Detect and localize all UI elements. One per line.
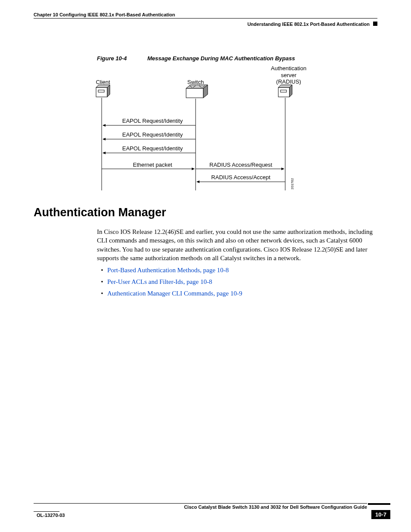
- svg-rect-14: [280, 90, 286, 92]
- list-item: Port-Based Authentication Methods, page …: [97, 264, 377, 276]
- msg-eapol-2: EAPOL Request/Identity: [114, 131, 191, 138]
- header-section: Understanding IEEE 802.1x Port-Based Aut…: [247, 22, 370, 27]
- page: Chapter 10 Configuring IEEE 802.1x Port-…: [0, 0, 411, 532]
- figure-title: Message Exchange During MAC Authenticati…: [147, 55, 295, 62]
- list-item: Authentication Manager CLI Commands, pag…: [97, 288, 377, 299]
- section-heading: Authentication Manager: [34, 206, 166, 219]
- svg-rect-3: [98, 90, 104, 92]
- footer-page-number: 10-7: [371, 510, 390, 519]
- svg-marker-2: [96, 85, 110, 87]
- list-item: Per-User ACLs and Filter-Ids, page 10-8: [97, 276, 377, 288]
- figure-number: Figure 10-4: [97, 55, 127, 62]
- msg-radius-acc: RADIUS Access/Accept: [200, 174, 282, 181]
- footer-guide-title: Cisco Catalyst Blade Switch 3130 and 303…: [184, 504, 367, 510]
- link-list: Port-Based Authentication Methods, page …: [97, 264, 377, 299]
- footer-rule-short: [34, 511, 59, 512]
- footer-bar-icon: [368, 503, 390, 505]
- body-paragraph: In Cisco IOS Release 12.2(46)SE and earl…: [97, 227, 377, 262]
- server-device-icon: [278, 85, 292, 97]
- header-marker-icon: [373, 22, 377, 26]
- svg-marker-13: [278, 85, 292, 87]
- switch-device-icon: [186, 85, 208, 98]
- link-port-based[interactable]: Port-Based Authentication Methods, page …: [107, 267, 229, 274]
- svg-rect-4: [186, 88, 203, 98]
- link-per-user-acls[interactable]: Per-User ACLs and Filter-Ids, page 10-8: [107, 278, 212, 285]
- msg-radius-req: RADIUS Access/Request: [200, 162, 282, 168]
- figure-caption: Figure 10-4 Message Exchange During MAC …: [97, 55, 295, 62]
- link-auth-manager-cli[interactable]: Authentication Manager CLI Commands, pag…: [107, 290, 242, 297]
- header-chapter: Chapter 10 Configuring IEEE 802.1x Port-…: [34, 12, 175, 17]
- header-rule: [34, 18, 377, 19]
- msg-ethernet: Ethernet packet: [114, 162, 191, 168]
- footer-rule: [34, 503, 367, 504]
- msg-eapol-3: EAPOL Request/Identity: [114, 145, 191, 152]
- msg-eapol-1: EAPOL Request/Identity: [114, 118, 191, 124]
- figure-image-number: 201762: [290, 178, 294, 190]
- footer-doc-number: OL-13270-03: [37, 513, 65, 518]
- figure-diagram: Client Switch Authentication server (RAD…: [92, 63, 325, 193]
- client-device-icon: [96, 85, 110, 97]
